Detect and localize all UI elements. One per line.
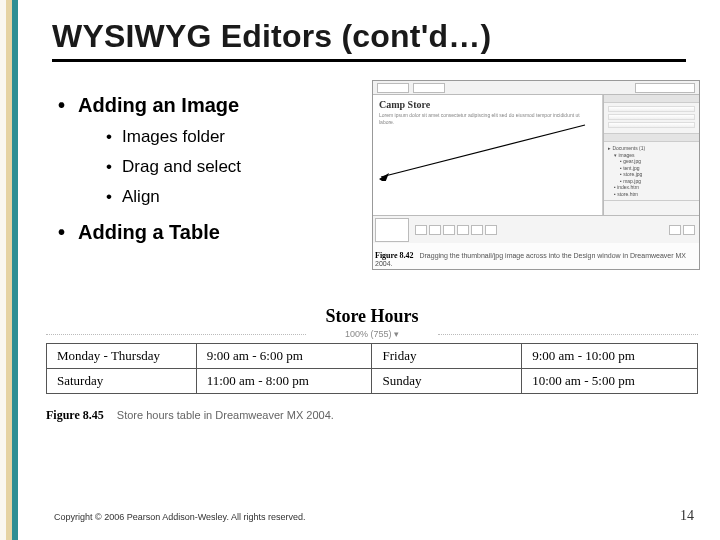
fig-panel-tab: [635, 83, 695, 93]
table-row: Monday - Thursday 9:00 am - 6:00 pm Frid…: [47, 344, 698, 369]
figure-number: Figure 8.45: [46, 408, 104, 422]
table-row: Saturday 11:00 am - 8:00 pm Sunday 10:00…: [47, 369, 698, 394]
subbullet-images-folder: Images folder: [106, 127, 362, 147]
subbullet-drag-select: Drag and select: [106, 157, 362, 177]
cell-day: Sunday: [372, 369, 522, 394]
copyright-footer: Copyright © 2006 Pearson Addison-Wesley.…: [54, 512, 305, 522]
content-row: Adding an Image Images folder Drag and s…: [52, 80, 700, 270]
svg-marker-1: [379, 173, 389, 181]
bullet-adding-image: Adding an Image Images folder Drag and s…: [58, 94, 362, 207]
figure-store-hours: Store Hours 100% (755) ▾ Monday - Thursd…: [46, 306, 698, 394]
svg-line-0: [381, 125, 585, 177]
fig-tab: [413, 83, 445, 93]
page-number: 14: [680, 508, 694, 524]
drag-arrow-icon: [379, 121, 589, 181]
fig-top-caption-text: Dragging the thumbnail/jpg image across …: [375, 252, 686, 267]
fig-side-panels: ▸ Documents (1) ▾ images ▪ gear.jpg ▪ te…: [603, 95, 699, 215]
store-hours-table: Monday - Thursday 9:00 am - 6:00 pm Frid…: [46, 343, 698, 394]
cell-time: 10:00 am - 5:00 pm: [522, 369, 698, 394]
bullet-label: Adding a Table: [78, 221, 220, 243]
slide-title: WYSIWYG Editors (cont'd…): [52, 18, 686, 55]
figure-dreamweaver-drag: Camp Store Lorem ipsum dolor sit amet co…: [372, 80, 700, 270]
subbullet-align: Align: [106, 187, 362, 207]
fig-toolbar: [373, 81, 699, 95]
fig-thumbnail: [375, 218, 409, 242]
cell-day: Friday: [372, 344, 522, 369]
fig-document-area: Camp Store Lorem ipsum dolor sit amet co…: [373, 95, 603, 215]
bullet-list: Adding an Image Images folder Drag and s…: [52, 80, 362, 270]
bullet-label: Adding an Image: [78, 94, 239, 116]
cell-time: 9:00 am - 6:00 pm: [196, 344, 372, 369]
cell-day: Monday - Thursday: [47, 344, 197, 369]
fig-top-number: Figure 8.42: [375, 251, 414, 260]
fig-top-caption: Figure 8.42 Dragging the thumbnail/jpg i…: [375, 251, 699, 267]
cell-day: Saturday: [47, 369, 197, 394]
fig-tab: [377, 83, 409, 93]
title-divider: WYSIWYG Editors (cont'd…): [52, 18, 686, 62]
fig-properties-bar: [373, 215, 699, 243]
slide-left-accent: [0, 0, 18, 540]
figure-table-caption: Figure 8.45 Store hours table in Dreamwe…: [46, 408, 720, 423]
figure-caption-text: Store hours table in Dreamweaver MX 2004…: [117, 409, 334, 421]
fig-doc-title: Camp Store: [379, 99, 596, 110]
bullet-adding-table: Adding a Table: [58, 221, 362, 244]
store-hours-title: Store Hours: [46, 306, 698, 327]
cell-time: 11:00 am - 8:00 pm: [196, 369, 372, 394]
table-width-indicator: 100% (755) ▾: [46, 329, 698, 339]
fig-file-tree: ▸ Documents (1) ▾ images ▪ gear.jpg ▪ te…: [608, 145, 695, 197]
slide-body: WYSIWYG Editors (cont'd…) Adding an Imag…: [18, 0, 720, 540]
cell-time: 9:00 am - 10:00 pm: [522, 344, 698, 369]
